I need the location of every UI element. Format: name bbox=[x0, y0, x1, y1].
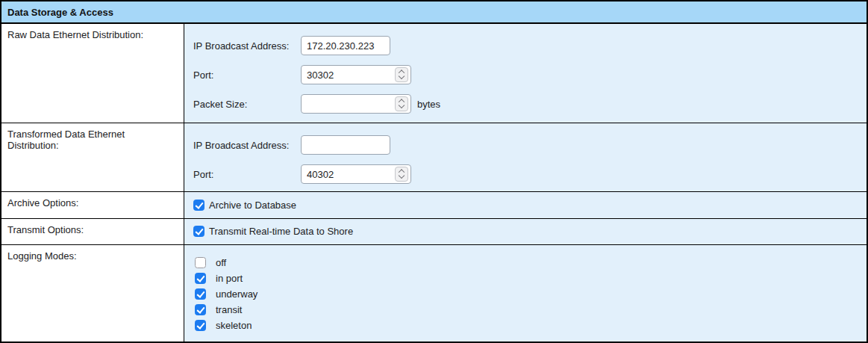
archive-to-database-checkbox[interactable] bbox=[193, 200, 204, 211]
archive-checkbox-row: Archive to Database bbox=[193, 200, 296, 211]
logging-in-port-checkbox[interactable] bbox=[195, 273, 206, 284]
transformed-ip-label: IP Broadcast Address: bbox=[193, 140, 301, 151]
transmit-options-content: Transmit Real-time Data to Shore bbox=[184, 219, 867, 244]
raw-data-section-label: Raw Data Ethernet Distribution: bbox=[1, 24, 184, 123]
raw-port-stepper[interactable] bbox=[395, 67, 408, 82]
transformed-data-section-label: Transformed Data Ethernet Distribution: bbox=[1, 123, 184, 191]
raw-packet-unit-label: bytes bbox=[417, 99, 440, 110]
transformed-data-section-content: IP Broadcast Address: Port: bbox=[184, 123, 867, 191]
logging-underway-checkbox[interactable] bbox=[195, 288, 206, 300]
transformed-port-field-row: Port: bbox=[193, 164, 858, 184]
row-raw-data-ethernet: Raw Data Ethernet Distribution: IP Broad… bbox=[1, 24, 867, 123]
logging-skeleton-checkbox[interactable] bbox=[195, 320, 206, 331]
logging-transit-checkbox[interactable] bbox=[195, 304, 206, 315]
transformed-port-stepper[interactable] bbox=[395, 167, 408, 182]
raw-ip-label: IP Broadcast Address: bbox=[193, 40, 301, 52]
logging-modes-label: Logging Modes: bbox=[1, 245, 184, 342]
archive-checkbox-label: Archive to Database bbox=[209, 200, 296, 211]
raw-data-section-content: IP Broadcast Address: Port: Packet Size: bbox=[184, 24, 867, 123]
logging-option-off: off bbox=[195, 257, 858, 268]
stepper-down-icon[interactable] bbox=[399, 173, 405, 179]
logging-in-port-label: in port bbox=[216, 273, 243, 284]
transmit-options-label: Transmit Options: bbox=[1, 219, 184, 244]
transformed-port-label: Port: bbox=[193, 169, 301, 180]
logging-transit-label: transit bbox=[216, 304, 242, 315]
row-transformed-data-ethernet: Transformed Data Ethernet Distribution: … bbox=[1, 123, 867, 192]
raw-packet-field-row: Packet Size: bytes bbox=[193, 94, 858, 114]
stepper-down-icon[interactable] bbox=[399, 102, 405, 108]
logging-off-checkbox[interactable] bbox=[195, 257, 206, 268]
raw-packet-stepper[interactable] bbox=[395, 96, 408, 111]
transmit-checkbox-label: Transmit Real-time Data to Shore bbox=[209, 226, 353, 237]
transformed-ip-field-row: IP Broadcast Address: bbox=[193, 135, 858, 155]
panel-header: Data Storage & Access bbox=[1, 1, 867, 24]
stepper-down-icon[interactable] bbox=[399, 73, 405, 79]
logging-option-in-port: in port bbox=[195, 273, 858, 284]
row-logging-modes: Logging Modes: off in port underway tran… bbox=[1, 245, 867, 342]
logging-modes-content: off in port underway transit skeleton bbox=[184, 245, 867, 342]
logging-skeleton-label: skeleton bbox=[216, 320, 252, 331]
transmit-realtime-checkbox[interactable] bbox=[193, 226, 204, 237]
logging-off-label: off bbox=[216, 257, 226, 268]
archive-options-label: Archive Options: bbox=[1, 192, 184, 218]
logging-option-transit: transit bbox=[195, 304, 858, 315]
transformed-ip-input[interactable] bbox=[301, 135, 390, 155]
archive-options-content: Archive to Database bbox=[184, 192, 867, 218]
logging-option-skeleton: skeleton bbox=[195, 320, 858, 331]
raw-port-field-row: Port: bbox=[193, 65, 858, 84]
raw-packet-numfield bbox=[301, 94, 411, 114]
row-archive-options: Archive Options: Archive to Database bbox=[1, 192, 867, 219]
row-transmit-options: Transmit Options: Transmit Real-time Dat… bbox=[1, 219, 867, 245]
logging-underway-label: underway bbox=[216, 288, 257, 300]
logging-option-underway: underway bbox=[195, 288, 858, 300]
data-storage-access-panel: Data Storage & Access Raw Data Ethernet … bbox=[0, 0, 868, 343]
raw-port-label: Port: bbox=[193, 69, 301, 81]
panel-title: Data Storage & Access bbox=[7, 7, 113, 18]
raw-packet-label: Packet Size: bbox=[193, 99, 301, 110]
raw-ip-input[interactable] bbox=[301, 36, 390, 55]
raw-ip-field-row: IP Broadcast Address: bbox=[193, 36, 858, 55]
transformed-port-numfield bbox=[301, 164, 411, 184]
transmit-checkbox-row: Transmit Real-time Data to Shore bbox=[193, 226, 353, 237]
raw-port-numfield bbox=[301, 65, 411, 84]
